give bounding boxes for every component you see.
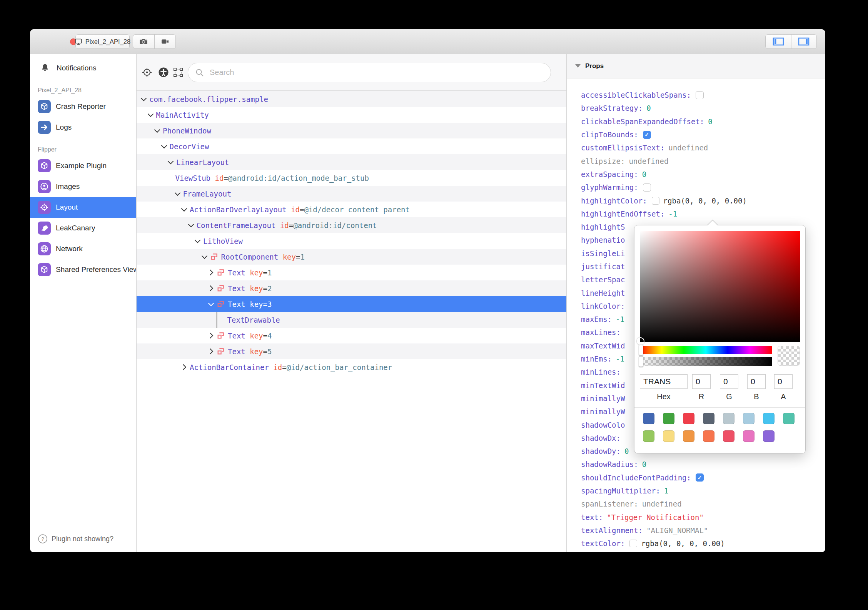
prop-value[interactable]: 0 [624,447,629,455]
hue-thumb[interactable] [639,345,643,355]
prop-value[interactable]: 0 [642,460,646,468]
chevron-down-icon[interactable] [141,95,147,102]
preset-color-swatch[interactable] [743,430,754,442]
sidebar-item-notifications[interactable]: Notifications [30,58,136,78]
chevron-down-icon[interactable] [208,300,214,307]
chevron-down-icon[interactable] [168,158,174,165]
preset-color-swatch[interactable] [723,430,734,442]
blue-input[interactable] [747,374,766,389]
device-selector-button[interactable]: Pixel_2_API_28 [75,34,130,49]
chevron-right-icon[interactable] [207,333,214,339]
sidebar-item-leakcanary[interactable]: LeakCanary [30,218,136,238]
tree-row[interactable]: Text key=4 [137,328,566,343]
preset-color-swatch[interactable] [643,430,654,442]
preset-color-swatch[interactable] [703,430,714,442]
alpha-input[interactable] [774,374,793,389]
green-input[interactable] [720,374,738,389]
screenshot-button[interactable] [133,35,154,48]
tree-row[interactable]: ActionBarOverlayLayout id=@id/decor_cont… [137,202,566,217]
sidebar-item-logs[interactable]: Logs [30,117,136,138]
search-input[interactable] [209,68,544,77]
tree-row[interactable]: ViewStub id=@android:id/action_mode_bar_… [137,170,566,186]
tree-row[interactable]: Text key=5 [137,343,566,359]
chevron-down-icon[interactable] [181,206,187,212]
prop-value[interactable]: rgba(0, 0, 0, 0.00) [641,539,724,548]
tree-row[interactable]: MainActivity [137,107,566,123]
globe-icon [38,242,51,255]
saturation-gradient[interactable] [640,231,800,342]
hue-slider[interactable] [640,346,772,354]
sidebar-item-shared-preferences-viewer[interactable]: Shared Preferences Viewer [30,259,136,280]
preset-color-swatch[interactable] [763,430,775,442]
preset-color-swatch[interactable] [663,413,674,424]
chevron-right-icon[interactable] [207,270,214,276]
toggle-right-sidebar-button[interactable] [791,35,817,48]
tree-row[interactable]: FrameLayout [137,186,566,202]
color-swatch-button[interactable] [629,540,637,547]
checkbox-checked[interactable]: ✓ [696,473,704,482]
saturation-thumb[interactable] [637,337,644,345]
sidebar-item-example-plugin[interactable]: Example Plugin [30,155,136,176]
prop-value[interactable]: 0 [646,104,651,112]
hex-input[interactable] [640,374,688,389]
prop-value[interactable]: -1 [616,355,624,363]
prop-value[interactable]: 1 [664,487,668,495]
chevron-right-icon[interactable] [180,364,187,370]
chevron-down-icon[interactable] [195,237,201,243]
preset-color-swatch[interactable] [783,413,795,424]
screen-record-button[interactable] [154,35,176,48]
select-element-icon[interactable] [173,67,184,79]
sidebar-item-network[interactable]: Network [30,238,136,259]
preset-color-swatch[interactable] [723,413,734,424]
tree-row[interactable]: ActionBarContainer id=@id/action_bar_con… [137,359,566,375]
chevron-right-icon[interactable] [207,285,214,292]
prop-value[interactable]: 0 [708,117,712,126]
alpha-slider[interactable] [640,357,772,366]
plugin-not-showing-link[interactable]: ? Plugin not showing? [38,534,114,544]
tree-row[interactable]: com.facebook.flipper.sample [137,91,566,107]
tree-row[interactable]: LithoView [137,233,566,249]
tree-row[interactable]: Text key=2 [137,280,566,296]
alpha-thumb[interactable] [639,356,643,367]
chevron-down-icon[interactable] [147,111,154,117]
checkbox-unchecked[interactable] [696,91,704,99]
chevron-down-icon[interactable] [188,222,194,228]
tree-row[interactable]: DecorView [137,138,566,154]
sidebar-item-crash-reporter[interactable]: Crash Reporter [30,96,136,117]
tree-row[interactable]: PhoneWindow [137,123,566,138]
chevron-down-icon[interactable] [201,253,207,259]
checkbox-unchecked[interactable] [643,183,651,192]
prop-value[interactable]: -1 [616,315,624,323]
chevron-down-icon[interactable] [161,143,167,149]
sidebar-item-layout[interactable]: Layout [30,197,136,218]
preset-color-swatch[interactable] [763,413,775,424]
accessibility-icon[interactable] [158,67,169,79]
prop-value[interactable]: "Trigger Notification" [607,513,704,522]
preset-color-swatch[interactable] [643,413,654,424]
tree-row[interactable]: Text key=3 [137,296,566,312]
props-header[interactable]: Props [567,54,825,78]
prop-value[interactable]: rgba(0, 0, 0, 0.00) [663,197,747,205]
preset-color-swatch[interactable] [703,413,714,424]
preset-color-swatch[interactable] [743,413,754,424]
prop-name: minimallyW [581,394,625,403]
tree-row[interactable]: TextDrawable [137,312,566,328]
tree-row[interactable]: Text key=1 [137,265,566,280]
tree-row[interactable]: LinearLayout [137,154,566,170]
prop-value[interactable]: -1 [668,210,677,218]
preset-color-swatch[interactable] [663,430,674,442]
preset-color-swatch[interactable] [683,430,694,442]
tree-row[interactable]: ContentFrameLayout id=@android:id/conten… [137,217,566,233]
target-mode-icon[interactable] [142,67,152,79]
prop-value[interactable]: 0 [642,170,646,178]
preset-color-swatch[interactable] [683,413,694,424]
color-swatch-button[interactable] [652,197,659,205]
toggle-left-sidebar-button[interactable] [766,35,791,48]
tree-row[interactable]: RootComponent key=1 [137,249,566,265]
chevron-down-icon[interactable] [174,190,180,196]
sidebar-item-images[interactable]: Images [30,176,136,197]
chevron-right-icon[interactable] [207,348,214,355]
checkbox-checked[interactable]: ✓ [643,131,651,139]
chevron-down-icon[interactable] [154,127,160,133]
red-input[interactable] [692,374,711,389]
